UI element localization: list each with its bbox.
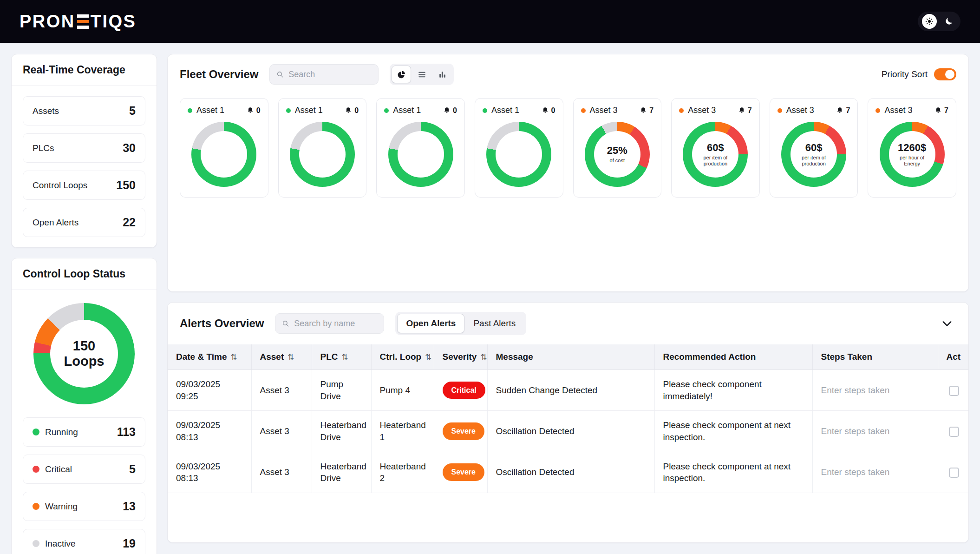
- asset-alert-count: 7: [934, 106, 948, 115]
- sort-icon[interactable]: ⇅: [342, 353, 348, 362]
- asset-name: Asset 1: [393, 106, 421, 115]
- asset-donut-chart: 60$per item of production: [781, 122, 846, 187]
- cell-datetime: 09/03/2025 08:13: [168, 411, 251, 452]
- severity-badge: Severe: [443, 463, 485, 481]
- cell-asset: Asset 3: [251, 452, 312, 493]
- search-icon: [282, 319, 289, 328]
- priority-sort: Priority Sort: [882, 68, 956, 80]
- cell-steps: [812, 452, 938, 493]
- legend-value: 113: [117, 425, 136, 439]
- cell-severity: Severe: [434, 411, 487, 452]
- stat-label: Assets: [33, 106, 59, 116]
- asset-card[interactable]: Asset 3 7 25%of cost: [573, 98, 662, 198]
- fleet-search-input[interactable]: [288, 70, 372, 79]
- tab-past-alerts[interactable]: Past Alerts: [464, 314, 524, 333]
- acknowledge-checkbox[interactable]: [949, 468, 959, 478]
- bell-icon: [738, 107, 745, 114]
- list-view-button[interactable]: [412, 66, 431, 83]
- col-asset[interactable]: Asset⇅: [251, 344, 312, 370]
- search-icon: [276, 70, 284, 79]
- asset-card[interactable]: Asset 3 7 1260$per hour of Energy: [868, 98, 956, 198]
- collapse-panel-button[interactable]: [938, 314, 956, 333]
- acknowledge-checkbox[interactable]: [949, 427, 959, 437]
- table-row: 09/03/2025 09:25 Asset 3 Pump Drive Pump…: [168, 370, 969, 411]
- chevron-down-icon: [941, 317, 954, 330]
- cell-asset: Asset 3: [251, 411, 312, 452]
- sort-icon[interactable]: ⇅: [230, 353, 237, 362]
- stat-value: 22: [123, 216, 136, 229]
- fleet-view-toggle: [390, 64, 454, 85]
- col-plc[interactable]: PLC⇅: [312, 344, 371, 370]
- asset-card[interactable]: Asset 1 0: [180, 98, 268, 198]
- asset-name: Asset 1: [295, 106, 323, 115]
- table-header-row: Date & Time⇅ Asset⇅ PLC⇅ Ctrl. Loop⇅ Sev…: [168, 344, 969, 370]
- theme-toggle[interactable]: [918, 12, 960, 31]
- cell-steps: [812, 370, 938, 411]
- bell-icon: [345, 107, 352, 114]
- loop-count-label: Loops: [64, 354, 105, 369]
- steps-taken-input[interactable]: [821, 467, 929, 477]
- donut-center-sub: of cost: [610, 158, 625, 164]
- bell-icon: [640, 107, 647, 114]
- cell-datetime: 09/03/2025 09:25: [168, 370, 251, 411]
- app-logo: PRON TIQS: [20, 12, 136, 32]
- alerts-header: Alerts Overview Open Alerts Past Alerts: [168, 303, 968, 344]
- asset-card[interactable]: Asset 1 0: [278, 98, 367, 198]
- legend-value: 19: [123, 537, 136, 550]
- table-row: 09/03/2025 08:13 Asset 3 Heaterband Driv…: [168, 411, 969, 452]
- cell-action: Please check component immediately!: [654, 370, 812, 411]
- acknowledge-checkbox[interactable]: [949, 386, 959, 396]
- asset-donut-chart: [388, 122, 453, 187]
- asset-status-dot: [581, 108, 586, 113]
- alerts-search[interactable]: [275, 313, 384, 334]
- stat-value: 150: [116, 178, 136, 192]
- fleet-cards-row: Asset 1 0 Asset 1: [168, 94, 968, 210]
- light-mode-button[interactable]: [922, 14, 937, 29]
- cell-loop: Heaterband 2: [371, 452, 434, 493]
- asset-alert-count: 7: [640, 106, 653, 115]
- stat-value: 30: [123, 141, 136, 155]
- asset-card[interactable]: Asset 3 7 60$per item of production: [770, 98, 858, 198]
- stat-row-control-loops: Control Loops 150: [23, 171, 145, 200]
- asset-donut-chart: 1260$per hour of Energy: [880, 122, 945, 187]
- asset-name: Asset 3: [786, 106, 814, 115]
- tab-open-alerts[interactable]: Open Alerts: [397, 314, 464, 333]
- asset-donut-chart: [486, 122, 551, 187]
- asset-name: Asset 3: [688, 106, 716, 115]
- bell-icon: [542, 107, 549, 114]
- alerts-search-input[interactable]: [294, 319, 377, 329]
- bell-icon: [934, 107, 942, 114]
- cell-act: [938, 411, 969, 452]
- priority-sort-toggle[interactable]: [934, 68, 956, 80]
- bar-view-button[interactable]: [432, 66, 452, 83]
- sort-icon[interactable]: ⇅: [480, 353, 487, 362]
- table-row: 09/03/2025 08:13 Asset 3 Heaterband Driv…: [168, 452, 969, 493]
- fleet-search[interactable]: [269, 64, 379, 85]
- bar-chart-icon: [438, 70, 447, 79]
- col-date-time[interactable]: Date & Time⇅: [168, 344, 251, 370]
- legend-label: Critical: [45, 464, 72, 475]
- legend-label: Inactive: [45, 539, 75, 549]
- loop-status-title: Control Loop Status: [12, 258, 157, 290]
- dark-mode-button[interactable]: [941, 14, 956, 29]
- col-steps-taken: Steps Taken: [812, 344, 938, 370]
- cell-loop: Heaterband 1: [371, 411, 434, 452]
- steps-taken-input[interactable]: [821, 385, 929, 396]
- donut-center-value: 60$: [805, 142, 823, 154]
- asset-card[interactable]: Asset 3 7 60$per item of production: [671, 98, 760, 198]
- legend-row-critical: Critical 5: [23, 455, 145, 484]
- asset-card[interactable]: Asset 1 0: [475, 98, 563, 198]
- asset-card[interactable]: Asset 1 0: [376, 98, 465, 198]
- alerts-tabs: Open Alerts Past Alerts: [395, 312, 526, 335]
- fleet-overview-panel: Fleet Overview: [167, 54, 969, 292]
- sort-icon[interactable]: ⇅: [287, 353, 294, 362]
- col-severity[interactable]: Severity⇅: [434, 344, 487, 370]
- pie-view-button[interactable]: [392, 66, 411, 83]
- col-ctrl-loop[interactable]: Ctrl. Loop⇅: [371, 344, 434, 370]
- asset-status-dot: [777, 108, 782, 113]
- bell-icon: [443, 107, 451, 114]
- steps-taken-input[interactable]: [821, 426, 929, 436]
- asset-status-dot: [483, 108, 487, 113]
- loop-legend: Running 113 Critical 5 Warning 13 Inacti…: [12, 416, 157, 554]
- sort-icon[interactable]: ⇅: [425, 353, 431, 362]
